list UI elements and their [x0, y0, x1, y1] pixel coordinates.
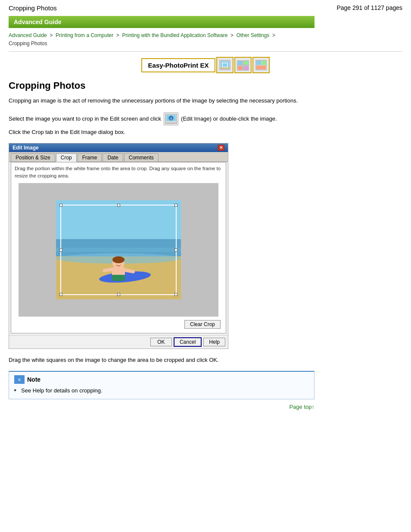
page-top-link-container: Page top↑ — [9, 404, 314, 410]
svg-rect-13 — [256, 61, 261, 65]
crop-handle-tl[interactable] — [59, 204, 62, 207]
breadcrumb-bundled-software[interactable]: Printing with the Bundled Application So… — [122, 32, 227, 38]
app-icon-3[interactable] — [252, 57, 270, 73]
crop-handle-mr[interactable] — [174, 249, 177, 252]
app-icon-1[interactable] — [216, 57, 234, 73]
breadcrumb-current: Cropping Photos — [9, 40, 47, 47]
instruction-1-post: (Edit Image) or double-click the image. — [181, 115, 277, 124]
tab-date[interactable]: Date — [103, 153, 123, 162]
crop-handle-br[interactable] — [174, 293, 177, 296]
svg-rect-8 — [238, 61, 242, 65]
crop-handle-ml[interactable] — [59, 249, 62, 252]
crop-canvas — [19, 183, 218, 317]
dialog-close-button[interactable]: ✕ — [218, 145, 224, 151]
crop-image-area — [56, 200, 181, 299]
app-icons — [216, 57, 270, 73]
dialog-box: Edit Image ✕ Position & Size Crop Frame … — [9, 143, 228, 349]
dialog-titlebar: Edit Image ✕ — [9, 143, 228, 152]
app-logo: Easy-PhotoPrint EX — [141, 58, 216, 72]
svg-rect-11 — [244, 66, 248, 70]
app-icon-2[interactable] — [234, 57, 252, 73]
svg-rect-9 — [244, 61, 248, 65]
note-label: Note — [27, 376, 40, 383]
note-icon: ≡ — [14, 375, 25, 384]
svg-text:i: i — [171, 117, 171, 121]
tab-comments[interactable]: Comments — [124, 153, 159, 162]
svg-rect-15 — [256, 65, 266, 69]
svg-rect-10 — [238, 66, 242, 70]
advanced-guide-banner: Advanced Guide — [9, 16, 314, 28]
note-box: ≡ Note See Help for details on cropping. — [9, 371, 314, 399]
svg-rect-14 — [262, 61, 266, 65]
advanced-guide-label: Advanced Guide — [14, 19, 61, 25]
page-header: Cropping Photos Page 291 of 1127 pages — [9, 4, 402, 12]
crop-selection — [60, 205, 177, 295]
instruction-1: Select the image you want to crop in the… — [9, 112, 314, 125]
crop-handle-tr[interactable] — [174, 204, 177, 207]
page-title-header: Cropping Photos — [9, 4, 57, 12]
cancel-button[interactable]: Cancel — [174, 337, 202, 347]
instruction-2: Click the Crop tab in the Edit Image dia… — [9, 128, 314, 137]
page-top-link[interactable]: Page top↑ — [289, 404, 314, 410]
divider-top — [9, 51, 402, 52]
drag-instruction: Drag the white squares on the image to c… — [9, 356, 314, 365]
page-number: Page 291 of 1127 pages — [336, 4, 402, 11]
page-content: Cropping Photos Cropping an image is the… — [9, 80, 314, 410]
svg-rect-20 — [166, 121, 176, 123]
crop-handle-tm[interactable] — [117, 204, 120, 207]
ok-button[interactable]: OK — [150, 338, 172, 346]
dialog-title: Edit Image — [12, 145, 39, 151]
app-header-row: Easy-PhotoPrint EX — [9, 57, 402, 73]
breadcrumb-other-settings[interactable]: Other Settings — [237, 32, 270, 38]
dialog-tabs: Position & Size Crop Frame Date Comments — [9, 152, 228, 162]
edit-image-icon: i — [164, 112, 178, 125]
page-main-title: Cropping Photos — [9, 80, 314, 91]
tab-position-size[interactable]: Position & Size — [11, 153, 55, 162]
svg-rect-1 — [221, 61, 229, 67]
instruction-1-pre: Select the image you want to crop in the… — [9, 115, 161, 124]
note-item-1: See Help for details on cropping. — [14, 386, 309, 395]
note-header: ≡ Note — [14, 375, 309, 384]
help-button[interactable]: Help — [203, 338, 225, 346]
dialog-footer: OK Cancel Help — [9, 335, 228, 348]
tab-crop[interactable]: Crop — [56, 153, 77, 162]
breadcrumb: Advanced Guide > Printing from a Compute… — [9, 31, 402, 48]
tab-frame[interactable]: Frame — [78, 153, 102, 162]
dialog-body: Drag the portion within the white frame … — [11, 162, 226, 334]
breadcrumb-printing-from-computer[interactable]: Printing from a Computer — [56, 32, 113, 38]
crop-handle-bm[interactable] — [117, 293, 120, 296]
dialog-instruction-text: Drag the portion within the white frame … — [15, 165, 222, 180]
breadcrumb-advanced-guide[interactable]: Advanced Guide — [9, 32, 47, 38]
dialog-wrapper: Edit Image ✕ Position & Size Crop Frame … — [9, 143, 314, 349]
clear-crop-button[interactable]: Clear Crop — [184, 320, 221, 329]
crop-handle-bl[interactable] — [59, 293, 62, 296]
intro-text: Cropping an image is the act of removing… — [9, 96, 314, 106]
